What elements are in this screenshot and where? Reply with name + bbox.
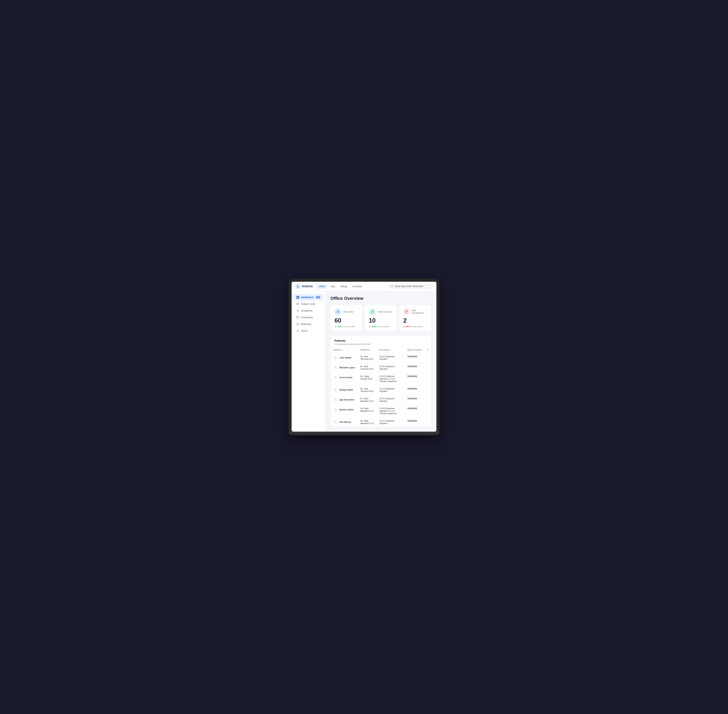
svg-point-12 bbox=[297, 330, 298, 331]
svg-point-14 bbox=[372, 311, 373, 312]
sidebar-item-dashboard[interactable]: Dashboard 10 bbox=[293, 294, 323, 300]
down-arrow-icon bbox=[403, 326, 405, 328]
sidebar-label-scheduling: Scheduling bbox=[301, 316, 313, 319]
nav-tab-office[interactable]: Office bbox=[317, 284, 328, 289]
svg-point-24 bbox=[335, 399, 336, 400]
svg-point-17 bbox=[406, 311, 407, 312]
sidebar-item-admin[interactable]: Admin bbox=[293, 328, 323, 334]
sort-icon bbox=[342, 349, 343, 351]
search-bar[interactable]: Olivia Rhye DOB: 05/20/1992 bbox=[389, 284, 432, 289]
stat-label-no-shows: Total no-shows bbox=[378, 310, 392, 313]
admin-icon bbox=[296, 329, 299, 332]
sidebar-label-todays-visits: Today's Visits bbox=[301, 303, 315, 305]
patient-avatar-3 bbox=[333, 387, 338, 392]
sidebar-item-reporting[interactable]: Reporting bbox=[293, 321, 323, 327]
table-row[interactable]: Ken Benny Dr. Elias Mandero D.O. C2-C3 E… bbox=[331, 417, 431, 427]
patients-table-header: Patients Physician Procedure Date of ser… bbox=[331, 347, 431, 353]
col-patients: Patients bbox=[331, 347, 358, 353]
stat-vs-visits: vs last month bbox=[343, 326, 355, 328]
patient-name-cell-4: Igor Nonovich bbox=[331, 395, 358, 405]
up-arrow-icon-2 bbox=[369, 326, 371, 328]
svg-point-23 bbox=[335, 389, 336, 390]
svg-rect-4 bbox=[296, 297, 298, 298]
laptop-frame: Ambula Office ASC Billing Inventory Oliv… bbox=[289, 279, 439, 435]
patient-avatar-4 bbox=[333, 397, 338, 402]
patient-avatar-2 bbox=[333, 375, 338, 380]
patient-date-0: 5/10/2022 bbox=[405, 353, 424, 363]
svg-point-20 bbox=[335, 357, 336, 358]
patient-date-4: 5/10/2022 bbox=[405, 395, 424, 405]
patient-date-1: 5/10/2022 bbox=[405, 363, 424, 373]
patient-t-2 bbox=[424, 373, 431, 385]
patients-table-body: John Smith Dr. Jack Johnson M.D. C2-C3 E… bbox=[331, 353, 431, 427]
col-date: Date of service bbox=[405, 347, 424, 353]
svg-point-26 bbox=[335, 421, 336, 422]
stat-footer-visits: 100% vs last month bbox=[334, 326, 358, 328]
stat-vs-no-shows: vs last month bbox=[378, 326, 389, 328]
todays-visits-icon bbox=[296, 303, 299, 306]
dashboard-badge: 10 bbox=[316, 296, 320, 298]
search-icon bbox=[391, 285, 393, 288]
search-text: Olivia Rhye DOB: 05/20/1992 bbox=[395, 285, 423, 288]
patient-procedure-6: C2-C3 Epidural Injection bbox=[377, 417, 405, 427]
patient-name-cell-1: Michelle Lopez bbox=[331, 363, 358, 373]
svg-rect-3 bbox=[298, 296, 299, 297]
stat-vs-cancellations: vs last month bbox=[411, 326, 423, 328]
stat-value-visits: 60 bbox=[334, 317, 358, 324]
patient-t-0 bbox=[424, 353, 431, 363]
sidebar-item-scheduling[interactable]: Scheduling bbox=[293, 314, 323, 321]
dashboard-icon bbox=[296, 296, 299, 299]
patient-date-6: 5/10/2022 bbox=[405, 417, 424, 427]
nav-tab-billing[interactable]: Billing bbox=[338, 284, 349, 289]
sidebar-item-all-patients[interactable]: All patients bbox=[293, 308, 323, 314]
patient-t-1 bbox=[424, 363, 431, 373]
stat-icon-visits bbox=[334, 308, 341, 315]
laptop-base bbox=[289, 432, 439, 435]
patient-avatar-5 bbox=[333, 407, 338, 412]
sidebar-label-all-patients: All patients bbox=[301, 309, 312, 312]
svg-point-25 bbox=[335, 408, 336, 410]
table-row[interactable]: Quincy Jones Dr. Elias Mandero D.O. C2-C… bbox=[331, 405, 431, 417]
stat-pct-cancellations: 50% bbox=[406, 326, 410, 328]
patient-date-5: 5/10/2022 bbox=[405, 405, 424, 417]
patient-date-2: 5/10/2022 bbox=[405, 373, 424, 385]
patient-physician-1: Dr. Jack Johnson M.D. bbox=[358, 363, 377, 373]
page-title: Office Overview bbox=[331, 296, 431, 301]
table-row[interactable]: Bobby Smith Dr. Jack Johnson M.D. C2-C3 … bbox=[331, 385, 431, 395]
patients-table: Patients Physician Procedure Date of ser… bbox=[331, 347, 431, 427]
sidebar-label-dashboard: Dashboard bbox=[301, 296, 313, 298]
patient-procedure-1: C2-C3 Epidural Injection bbox=[377, 363, 405, 373]
patient-t-3 bbox=[424, 385, 431, 395]
stats-row: Total visits 60 100% vs last month bbox=[331, 305, 431, 331]
svg-point-21 bbox=[335, 366, 336, 368]
svg-rect-5 bbox=[298, 297, 299, 298]
patient-procedure-0: C2-C3 Epidural Injection bbox=[377, 353, 405, 363]
svg-rect-6 bbox=[296, 303, 299, 303]
table-row[interactable]: John Smith Dr. Jack Johnson M.D. C2-C3 E… bbox=[331, 353, 431, 363]
patient-t-6 bbox=[424, 417, 431, 427]
patient-avatar-6 bbox=[333, 420, 338, 424]
nav-tab-asc[interactable]: ASC bbox=[328, 284, 338, 289]
stat-label-visits: Total visits bbox=[343, 310, 353, 313]
table-row[interactable]: Arron Carter Dr. Vitaly Konitch M.D. C2-… bbox=[331, 373, 431, 385]
stat-pct-no-shows: 100% bbox=[372, 326, 377, 328]
svg-point-13 bbox=[337, 311, 338, 312]
table-row[interactable]: Igor Nonovich Dr. Elias Mandero D.O. C2-… bbox=[331, 395, 431, 405]
patient-physician-5: Dr. Elias Mandero D.O. bbox=[358, 405, 377, 417]
stat-value-no-shows: 10 bbox=[369, 317, 393, 324]
sidebar: Dashboard 10 Today's Visits bbox=[292, 291, 325, 432]
scheduling-icon bbox=[296, 316, 299, 319]
svg-point-22 bbox=[335, 376, 336, 378]
stat-card-no-shows: Total no-shows 10 100% vs last month bbox=[365, 305, 397, 331]
col-t: T bbox=[424, 347, 431, 353]
top-nav: Ambula Office ASC Billing Inventory Oliv… bbox=[292, 282, 436, 291]
nav-tabs: Office ASC Billing Inventory bbox=[317, 284, 389, 289]
patient-physician-6: Dr. Elias Mandero D.O. bbox=[358, 417, 377, 427]
col-procedure: Procedure bbox=[377, 347, 405, 353]
patients-header: Patients An overview of patients and the… bbox=[331, 336, 431, 347]
patient-name-cell-3: Bobby Smith bbox=[331, 385, 358, 395]
nav-tab-inventory[interactable]: Inventory bbox=[350, 284, 364, 289]
table-row[interactable]: Michelle Lopez Dr. Jack Johnson M.D. C2-… bbox=[331, 363, 431, 373]
sidebar-item-todays-visits[interactable]: Today's Visits bbox=[293, 301, 323, 307]
all-patients-icon bbox=[296, 309, 299, 312]
